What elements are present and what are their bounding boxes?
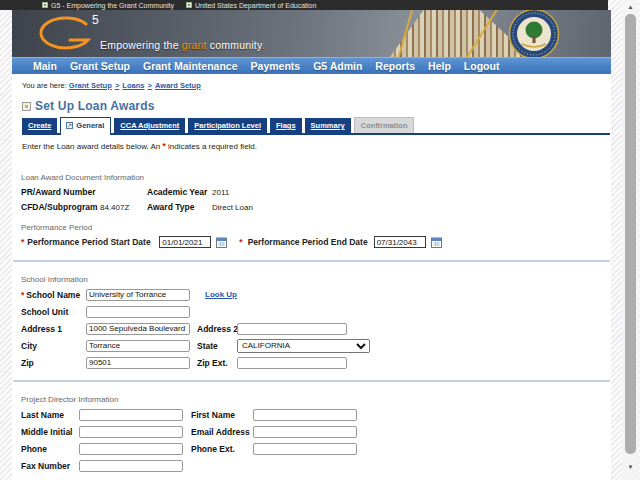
breadcrumb-link-award-setup[interactable]: Award Setup	[155, 81, 201, 90]
nav-item-grant-setup[interactable]: Grant Setup	[70, 60, 130, 72]
pr-award-number-label: PR/Award Number	[21, 187, 100, 197]
name-row: Last Name First Name	[21, 408, 611, 421]
address1-input[interactable]	[86, 323, 190, 335]
browser-tab-g5[interactable]: G5 - Empowering the Grant Community	[42, 2, 174, 9]
tab-create[interactable]: Create	[22, 118, 57, 133]
tab-label: General	[76, 121, 104, 130]
required-asterisk: *	[239, 237, 242, 247]
breadcrumb: You are here: Grant Setup > Loans > Awar…	[22, 81, 611, 90]
browser-tab-bar: G5 - Empowering the Grant Community Unit…	[0, 0, 608, 10]
banner: 5 Empowering the grant community.	[12, 10, 611, 57]
banner-tagline: Empowering the grant community.	[100, 39, 265, 51]
start-date-input[interactable]	[159, 236, 211, 248]
school-name-row: *School Name Look Up	[21, 288, 611, 301]
school-unit-row: School Unit	[21, 305, 611, 318]
address1-label: Address 1	[21, 324, 62, 334]
middle-email-row: Middle Initial Email Address	[21, 425, 611, 438]
school-name-label: School Name	[26, 290, 80, 300]
tab-participation-level[interactable]: Participation Level	[188, 118, 267, 133]
cfda-subprogram-value: 84.407Z	[100, 203, 147, 212]
first-name-input[interactable]	[253, 409, 357, 421]
g5-logo-icon: 5	[30, 12, 108, 56]
state-select[interactable]: CALIFORNIA	[237, 339, 370, 353]
first-name-label: First Name	[191, 410, 253, 420]
zip-input[interactable]	[86, 357, 190, 369]
scroll-down-icon[interactable]: ▼	[622, 461, 639, 473]
vertical-scrollbar[interactable]: ▲ ▼	[622, 0, 639, 480]
state-label: State	[197, 341, 237, 351]
address2-input[interactable]	[237, 323, 347, 335]
form-icon	[22, 102, 31, 111]
email-address-input[interactable]	[253, 426, 357, 438]
page-title-row: Set Up Loan Awards	[22, 99, 611, 113]
zip-ext-label: Zip Ext.	[197, 358, 237, 368]
nav-item-reports[interactable]: Reports	[375, 60, 415, 72]
page-icon	[42, 2, 48, 8]
zip-ext-input[interactable]	[237, 357, 347, 369]
award-type-label: Award Type	[147, 202, 212, 212]
look-up-link[interactable]: Look Up	[205, 290, 237, 299]
nav-item-main[interactable]: Main	[33, 60, 57, 72]
breadcrumb-separator: >	[148, 81, 152, 90]
tab-flags[interactable]: Flags	[270, 118, 302, 133]
instruction-text: Enter the Loan award details below. An *…	[22, 141, 611, 151]
breadcrumb-link-loans[interactable]: Loans	[122, 81, 144, 90]
nav-item-help[interactable]: Help	[428, 60, 451, 72]
browser-tab-doe[interactable]: United States Department of Education	[186, 2, 316, 9]
tab-summary[interactable]: Summary	[305, 118, 351, 133]
breadcrumb-link-grant-setup[interactable]: Grant Setup	[69, 81, 112, 90]
last-name-label: Last Name	[21, 410, 79, 420]
browser-tab-title: G5 - Empowering the Grant Community	[51, 2, 174, 9]
calendar-icon[interactable]	[431, 237, 442, 248]
tab-cca-adjustment[interactable]: CCA Adjustment	[114, 118, 185, 133]
performance-period-row: * Performance Period Start Date * Perfor…	[21, 236, 611, 248]
required-asterisk: *	[21, 237, 24, 247]
email-address-label: Email Address	[191, 427, 253, 437]
section-divider	[13, 260, 610, 262]
breadcrumb-separator: >	[115, 81, 119, 90]
academic-year-value: 2011	[212, 188, 381, 197]
nav-item-logout[interactable]: Logout	[464, 60, 500, 72]
svg-text:5: 5	[92, 13, 99, 27]
last-name-input[interactable]	[79, 409, 183, 421]
middle-initial-input[interactable]	[79, 426, 183, 438]
fax-number-input[interactable]	[79, 460, 183, 472]
city-input[interactable]	[86, 340, 190, 352]
end-date-label: Performance Period End Date	[248, 237, 371, 247]
scroll-up-icon[interactable]: ▲	[622, 1, 639, 13]
middle-initial-label: Middle Initial	[21, 427, 79, 437]
phone-label: Phone	[21, 444, 79, 454]
nav-item-payments[interactable]: Payments	[251, 60, 301, 72]
page-icon	[186, 2, 192, 8]
fax-number-label: Fax Number	[21, 461, 79, 471]
school-name-input[interactable]	[86, 289, 190, 301]
city-label: City	[21, 341, 37, 351]
section-title-school: School Information	[21, 275, 611, 284]
zip-label: Zip	[21, 358, 34, 368]
fax-row: Fax Number	[21, 459, 611, 472]
phone-ext-input[interactable]	[253, 443, 357, 455]
section-title-director: Project Director Information	[21, 395, 611, 404]
academic-year-label: Academic Year	[147, 187, 212, 197]
address2-label: Address 2	[197, 324, 237, 334]
tab-general[interactable]: General	[60, 117, 111, 135]
breadcrumb-prefix: You are here:	[22, 81, 67, 90]
section-divider	[13, 380, 610, 382]
end-date-input[interactable]	[374, 236, 426, 248]
nav-item-g5-admin[interactable]: G5 Admin	[313, 60, 362, 72]
tab-bar: Create General CCA Adjustment Participat…	[22, 117, 610, 135]
calendar-icon[interactable]	[216, 237, 227, 248]
address-row: Address 1 Address 2	[21, 322, 611, 335]
nav-item-grant-maintenance[interactable]: Grant Maintenance	[143, 60, 238, 72]
main-nav: Main Grant Setup Grant Maintenance Payme…	[12, 57, 611, 74]
phone-ext-label: Phone Ext.	[191, 444, 253, 454]
doe-seal-icon	[508, 10, 560, 57]
scrollbar-thumb[interactable]	[625, 14, 636, 454]
section-title-performance: Performance Period	[21, 223, 611, 232]
school-unit-input[interactable]	[86, 306, 190, 318]
phone-input[interactable]	[79, 443, 183, 455]
required-asterisk: *	[21, 290, 24, 300]
general-tab-icon	[66, 122, 73, 129]
phone-row: Phone Phone Ext.	[21, 442, 611, 455]
cfda-subprogram-label: CFDA/Subprogram	[21, 202, 100, 212]
